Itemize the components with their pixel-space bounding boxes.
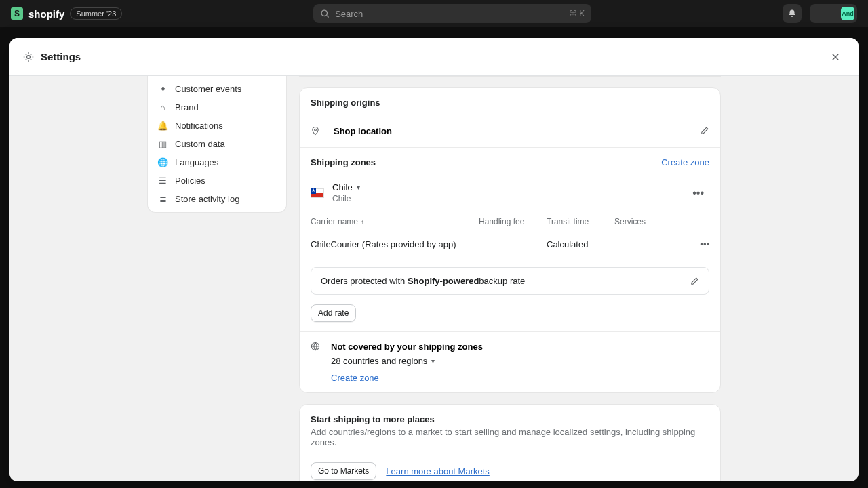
data-icon: ▥ (157, 139, 168, 149)
location-pin-icon (311, 125, 324, 136)
markets-buttons: Go to Markets Learn more about Markets (300, 457, 720, 481)
close-button[interactable] (826, 47, 845, 66)
brand-group: S shopify Summer '23 (11, 7, 122, 20)
modal-header: Settings (9, 38, 859, 76)
rate-transit: Calculated (547, 239, 614, 249)
not-covered-title: Not covered by your shipping zones (331, 342, 483, 352)
svg-point-5 (315, 129, 317, 131)
shopify-logo-icon: S (11, 7, 23, 20)
create-zone-link[interactable]: Create zone (661, 157, 709, 167)
sidebar-item-label: Store activity log (175, 194, 239, 204)
globe-icon: 🌐 (157, 157, 168, 167)
sidebar-item-custom-data[interactable]: ▥Custom data (152, 135, 282, 153)
sidebar-item-store-activity[interactable]: ≣Store activity log (152, 190, 282, 208)
rate-more-button[interactable]: ••• (682, 239, 709, 249)
sidebar-item-policies[interactable]: ☰Policies (152, 171, 282, 190)
shipping-origins-title: Shipping origins (311, 98, 709, 108)
flag-chile-icon (311, 188, 324, 198)
shop-location-title: Shop location (334, 126, 392, 136)
backup-rate-box: Orders protected with Shopify-powered ba… (311, 267, 709, 295)
search-icon (320, 9, 330, 18)
go-to-markets-button[interactable]: Go to Markets (311, 462, 376, 480)
rate-carrier: ChileCourier (Rates provided by app) (311, 239, 479, 249)
shipping-zones-header: Shipping zones Create zone (300, 148, 720, 177)
zone-row-chile: Chile ▾ Chile ••• (300, 177, 720, 211)
sidebar-item-label: Custom data (175, 139, 225, 149)
zone-more-button[interactable]: ••• (687, 184, 709, 202)
zone-sub: Chile (332, 194, 360, 203)
shipping-origins-header: Shipping origins (300, 88, 720, 117)
previous-card-stub (299, 76, 721, 77)
sidebar-item-customer-events[interactable]: ✦Customer events (152, 80, 282, 98)
sidebar-item-label: Policies (175, 176, 205, 186)
sidebar-item-notifications[interactable]: 🔔Notifications (152, 117, 282, 135)
rate-services: — (614, 239, 682, 249)
pencil-icon (700, 126, 709, 136)
brand-text: shopify (28, 8, 64, 20)
zone-name[interactable]: Chile ▾ (332, 182, 360, 192)
col-carrier-header[interactable]: Carrier name ↑ (311, 217, 479, 226)
not-covered-create-zone[interactable]: Create zone (331, 373, 483, 383)
svg-point-0 (321, 10, 327, 16)
list-icon: ☰ (157, 176, 168, 186)
backup-rate-link[interactable]: backup rate (479, 276, 525, 286)
notifications-button[interactable] (783, 4, 802, 23)
store-switcher[interactable]: And (810, 4, 857, 23)
rate-table: Carrier name ↑ Handling fee Transit time… (300, 211, 720, 264)
learn-markets-link[interactable]: Learn more about Markets (386, 466, 489, 476)
globe-icon (311, 342, 321, 383)
sparkle-icon: ✦ (157, 84, 168, 94)
avatar: And (841, 7, 854, 20)
not-covered-sub[interactable]: 28 countries and regions ▾ (331, 356, 483, 366)
gear-icon (23, 52, 34, 62)
edit-backup-button[interactable] (690, 277, 699, 286)
search-shortcut: ⌘ K (569, 9, 585, 18)
zone-name-wrap: Chile ▾ Chile (332, 182, 360, 203)
modal-title: Settings (41, 51, 81, 62)
edit-location-button[interactable] (700, 126, 709, 136)
settings-modal: Settings ✦Customer events ⌂Brand 🔔Notifi… (9, 38, 859, 481)
search-input[interactable]: Search ⌘ K (313, 4, 591, 23)
modal-body: ✦Customer events ⌂Brand 🔔Notifications ▥… (9, 76, 859, 481)
shop-location-row: Shop location (300, 117, 720, 147)
log-icon: ≣ (157, 194, 168, 204)
backup-text-bold: Shopify-powered (408, 276, 479, 286)
not-covered-section: Not covered by your shipping zones 28 co… (300, 332, 720, 392)
settings-sidebar: ✦Customer events ⌂Brand 🔔Notifications ▥… (147, 76, 287, 213)
shipping-zones-title: Shipping zones (311, 157, 376, 167)
pencil-icon (690, 277, 699, 286)
sort-asc-icon: ↑ (361, 218, 364, 226)
rate-fee: — (479, 239, 547, 249)
brand-icon: ⌂ (157, 102, 168, 113)
markets-card: Start shipping to more places Add countr… (299, 404, 721, 481)
main-panel: Shipping origins Shop location Shippin (299, 76, 721, 481)
markets-title: Start shipping to more places (311, 414, 709, 424)
rate-table-head: Carrier name ↑ Handling fee Transit time… (311, 211, 709, 232)
sidebar-item-label: Customer events (175, 84, 241, 94)
bell-icon: 🔔 (157, 121, 168, 131)
sidebar-item-brand[interactable]: ⌂Brand (152, 98, 282, 117)
svg-line-1 (327, 16, 329, 18)
col-fee-header: Handling fee (479, 217, 547, 226)
sidebar-item-languages[interactable]: 🌐Languages (152, 153, 282, 171)
sidebar-item-label: Languages (175, 157, 218, 167)
topbar-right: And (783, 4, 857, 23)
markets-header: Start shipping to more places Add countr… (300, 405, 720, 457)
sidebar-item-label: Notifications (175, 121, 223, 131)
backup-text-prefix: Orders protected with (321, 276, 405, 286)
chevron-down-icon: ▾ (357, 184, 360, 191)
release-badge: Summer '23 (70, 7, 122, 20)
chevron-down-icon: ▾ (431, 357, 435, 365)
rate-row: ChileCourier (Rates provided by app) — C… (311, 232, 709, 256)
topbar: S shopify Summer '23 Search ⌘ K And (0, 0, 868, 27)
col-services-header: Services (614, 217, 682, 226)
not-covered-col: Not covered by your shipping zones 28 co… (331, 342, 483, 383)
bell-icon (787, 9, 797, 18)
svg-point-2 (27, 55, 31, 58)
search-wrap: Search ⌘ K (130, 4, 774, 23)
search-placeholder: Search (335, 9, 363, 19)
markets-desc: Add countries/regions to a market to sta… (311, 427, 709, 447)
add-rate-button[interactable]: Add rate (311, 304, 356, 322)
content-wrap: ✦Customer events ⌂Brand 🔔Notifications ▥… (147, 76, 721, 481)
sidebar-item-label: Brand (175, 102, 199, 113)
